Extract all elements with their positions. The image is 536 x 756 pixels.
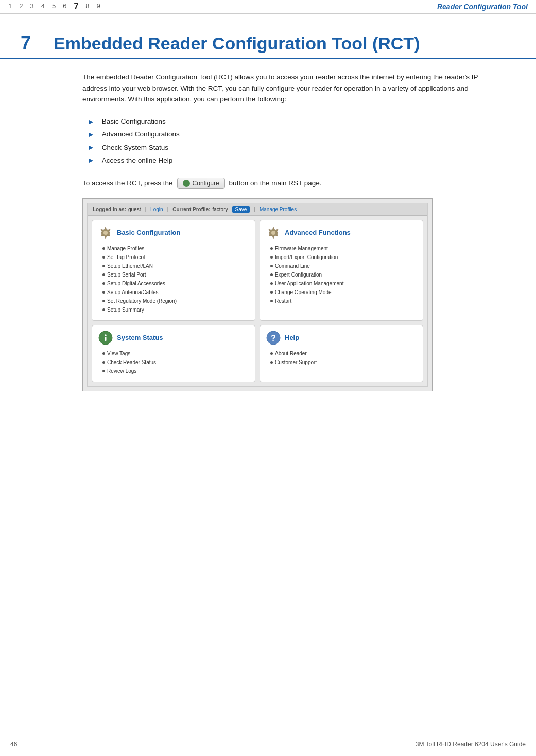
bullet-icon (270, 361, 273, 364)
bullet-item-3: ► Check System Status (88, 141, 495, 154)
nav-8[interactable]: 8 (85, 2, 89, 11)
adv-item-1: Firmware Management (270, 244, 417, 253)
arrow-icon-4: ► (88, 154, 95, 167)
logged-in-label: Logged in as: (93, 207, 126, 212)
document-title: Reader Configuration Tool (437, 3, 528, 11)
basic-item-3: Setup Ethernet/LAN (102, 262, 249, 270)
intro-paragraph: The embedded Reader Configuration Tool (… (82, 72, 495, 105)
bullet-icon (102, 370, 105, 372)
sys-item-2: Check Reader Status (102, 358, 249, 367)
advanced-functions-items: Firmware Management Import/Export Config… (266, 244, 417, 305)
svg-point-3 (271, 231, 275, 235)
basic-config-title: Basic Configuration (117, 229, 181, 236)
basic-item-6: Setup Antenna/Cables (102, 288, 249, 297)
configure-button[interactable]: Configure (177, 178, 225, 189)
system-status-card[interactable]: System Status View Tags Check Reader Sta… (92, 325, 255, 382)
sep2: | (167, 207, 169, 212)
manage-profiles-link[interactable]: Manage Profiles (260, 207, 297, 212)
basic-item-4: Setup Serial Port (102, 270, 249, 279)
nav-7[interactable]: 7 (74, 2, 78, 11)
advanced-functions-title: Advanced Functions (285, 229, 351, 236)
bullet-icon (270, 352, 273, 355)
bullet-icon (270, 273, 273, 276)
bullet-icon (102, 282, 105, 285)
bullet-text-4: Access the online Help (102, 154, 172, 167)
nav-4[interactable]: 4 (41, 2, 45, 11)
bullet-text-1: Basic Configurations (102, 115, 166, 128)
chapter-heading: 7 Embedded Reader Configuration Tool (RC… (0, 14, 536, 59)
bullet-icon (102, 256, 105, 259)
bullet-icon (102, 265, 105, 267)
bullet-icon (102, 308, 105, 311)
bullet-list: ► Basic Configurations ► Advanced Config… (82, 115, 495, 167)
main-content: The embedded Reader Configuration Tool (… (0, 72, 536, 412)
rct-header: Logged in as: guest | Login | Current Pr… (88, 203, 427, 216)
system-status-header: System Status (98, 331, 249, 345)
adv-item-3: Command Line (270, 262, 417, 270)
basic-config-gear-icon (98, 226, 113, 240)
adv-item-2: Import/Export Configuration (270, 253, 417, 262)
help-title: Help (285, 334, 299, 341)
help-header: ? Help (266, 331, 417, 345)
bullet-icon (102, 361, 105, 364)
arrow-icon-1: ► (88, 115, 95, 128)
access-text-before: To access the RCT, press the (82, 179, 173, 187)
configure-icon (183, 180, 190, 187)
adv-item-6: Change Operating Mode (270, 288, 417, 297)
arrow-icon-2: ► (88, 128, 95, 141)
page-number: 46 (10, 741, 17, 748)
profile-value: factory (213, 207, 228, 212)
nav-9[interactable]: 9 (97, 2, 100, 11)
access-text-after: button on the main RST page. (229, 179, 322, 187)
nav-6[interactable]: 6 (63, 2, 66, 11)
bullet-icon (102, 300, 105, 302)
bullet-icon (270, 256, 273, 259)
bullet-text-3: Check System Status (102, 142, 168, 154)
rct-grid: Basic Configuration Manage Profiles Set … (88, 216, 427, 386)
doc-title: 3M Toll RFID Reader 6204 User's Guide (416, 741, 526, 748)
bullet-text-2: Advanced Configurations (102, 128, 180, 141)
rct-save-button[interactable]: Save (232, 206, 250, 213)
arrow-icon-3: ► (88, 141, 95, 154)
bullet-icon (102, 247, 105, 250)
bullet-icon (270, 265, 273, 267)
basic-item-5: Setup Digital Accessories (102, 279, 249, 288)
nav-5[interactable]: 5 (52, 2, 56, 11)
bullet-icon (270, 282, 273, 285)
page-footer: 46 3M Toll RFID Reader 6204 User's Guide (0, 737, 536, 748)
bullet-item-1: ► Basic Configurations (88, 115, 495, 128)
logged-in-item: Logged in as: guest (93, 207, 141, 212)
svg-point-5 (105, 334, 107, 336)
access-line: To access the RCT, press the Configure b… (82, 178, 495, 189)
bullet-icon (270, 300, 273, 302)
adv-item-7: Restart (270, 297, 417, 305)
sys-item-3: Review Logs (102, 367, 249, 375)
nav-2[interactable]: 2 (19, 2, 23, 11)
nav-1[interactable]: 1 (8, 2, 12, 11)
help-item-2: Customer Support (270, 358, 417, 367)
system-status-info-icon (98, 331, 113, 345)
bullet-icon (270, 291, 273, 294)
svg-text:?: ? (271, 334, 276, 342)
help-card[interactable]: ? Help About Reader Customer Support (260, 325, 423, 382)
help-question-icon: ? (266, 331, 281, 345)
configure-label: Configure (193, 180, 219, 187)
basic-config-card[interactable]: Basic Configuration Manage Profiles Set … (92, 220, 255, 321)
basic-item-1: Manage Profiles (102, 244, 249, 253)
chapter-nav[interactable]: 1 2 3 4 5 6 7 8 9 (8, 2, 100, 11)
profile-label: Current Profile: (172, 207, 210, 212)
advanced-functions-header: Advanced Functions (266, 226, 417, 240)
nav-3[interactable]: 3 (30, 2, 33, 11)
sys-item-1: View Tags (102, 349, 249, 358)
adv-item-5: User Application Management (270, 279, 417, 288)
advanced-functions-card[interactable]: Advanced Functions Firmware Management I… (260, 220, 423, 321)
system-status-items: View Tags Check Reader Status Review Log… (98, 349, 249, 375)
advanced-functions-gear-icon (266, 226, 281, 240)
rct-inner: Logged in as: guest | Login | Current Pr… (87, 203, 428, 387)
login-link[interactable]: Login (150, 207, 163, 212)
rct-screenshot: Logged in as: guest | Login | Current Pr… (82, 198, 433, 391)
adv-item-4: Expert Configuration (270, 270, 417, 279)
top-nav: 1 2 3 4 5 6 7 8 9 Reader Configuration T… (0, 0, 536, 14)
system-status-title: System Status (117, 334, 163, 341)
bullet-item-2: ► Advanced Configurations (88, 128, 495, 141)
